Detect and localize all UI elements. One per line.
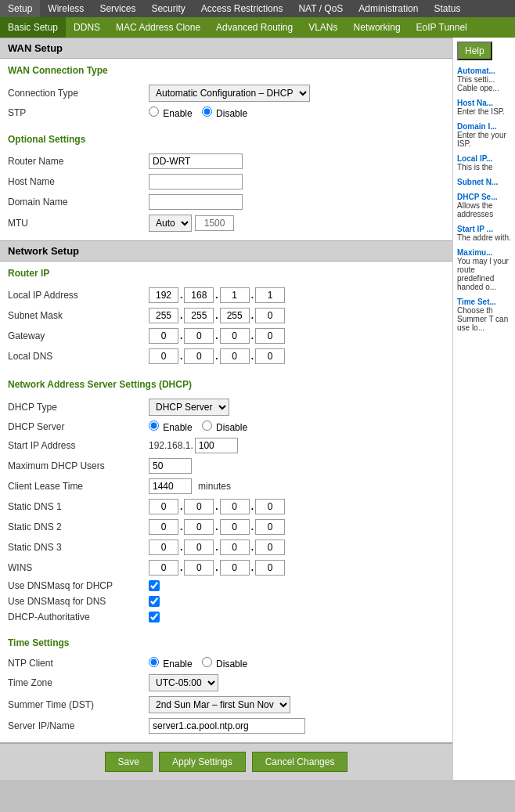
sdns3-o3[interactable] bbox=[220, 540, 250, 555]
local-ip-label: Local IP Address bbox=[8, 290, 149, 301]
nav-services[interactable]: Services bbox=[92, 0, 143, 17]
nav-access-restrictions[interactable]: Access Restrictions bbox=[193, 0, 291, 17]
local-ip-o2[interactable] bbox=[184, 287, 214, 303]
domain-name-input[interactable] bbox=[149, 194, 243, 210]
local-dns-o4[interactable] bbox=[255, 348, 285, 364]
connection-type-label: Connection Type bbox=[8, 88, 149, 99]
time-zone-select[interactable]: UTC-05:00 bbox=[149, 674, 218, 691]
wins-control: . . . bbox=[149, 560, 285, 576]
apply-settings-button[interactable]: Apply Settings bbox=[159, 752, 246, 772]
ntp-disable-text: Disable bbox=[216, 659, 247, 669]
wan-connection-type-header: WAN Connection Type bbox=[0, 59, 452, 79]
sdns2-dot3: . bbox=[251, 521, 254, 532]
wins-o3[interactable] bbox=[220, 560, 250, 576]
local-ip-o1[interactable] bbox=[149, 287, 178, 303]
subnet-mask-row: Subnet Mask . . . bbox=[8, 305, 445, 326]
local-dns-o1[interactable] bbox=[149, 348, 178, 364]
local-ip-control: . . . bbox=[149, 287, 285, 303]
help-title-1: Host Na... bbox=[457, 99, 511, 107]
sdns3-o1[interactable] bbox=[149, 540, 178, 555]
gateway-row: Gateway . . . bbox=[8, 326, 445, 346]
stp-row: STP Enable Disable bbox=[8, 104, 445, 121]
subnav-ddns[interactable]: DDNS bbox=[66, 17, 108, 38]
subnav-vlans[interactable]: VLANs bbox=[301, 17, 345, 38]
dhcp-server-row: DHCP Server Enable Disable bbox=[8, 418, 445, 435]
domain-name-label: Domain Name bbox=[8, 197, 149, 208]
subnet-o4[interactable] bbox=[255, 308, 285, 323]
local-dns-o2[interactable] bbox=[184, 348, 214, 364]
summer-time-select[interactable]: 2nd Sun Mar – first Sun Nov bbox=[149, 696, 290, 713]
subnet-o3[interactable] bbox=[220, 308, 250, 323]
gateway-o1[interactable] bbox=[149, 328, 178, 344]
dhcp-enable-label: Enable bbox=[149, 420, 193, 433]
subnet-o2[interactable] bbox=[184, 308, 214, 323]
sdns2-o1[interactable] bbox=[149, 519, 178, 535]
subnav-mac-clone[interactable]: MAC Address Clone bbox=[108, 17, 208, 38]
cancel-changes-button[interactable]: Cancel Changes bbox=[252, 752, 348, 772]
nav-administration[interactable]: Administration bbox=[351, 0, 426, 17]
help-item-0: Automat... This setti... Cable ope... bbox=[457, 67, 511, 92]
dhcp-enable-radio[interactable] bbox=[149, 420, 159, 431]
main-layout: WAN Setup WAN Connection Type Connection… bbox=[0, 38, 515, 780]
gateway-o3[interactable] bbox=[220, 328, 250, 344]
lease-time-row: Client Lease Time minutes bbox=[8, 476, 445, 496]
subnet-mask-label: Subnet Mask bbox=[8, 310, 149, 321]
gateway-control: . . . bbox=[149, 328, 285, 344]
sdns1-o1[interactable] bbox=[149, 499, 178, 514]
sdns2-o3[interactable] bbox=[220, 519, 250, 535]
nav-setup[interactable]: Setup bbox=[0, 0, 40, 17]
start-ip-suffix-input[interactable] bbox=[195, 438, 238, 453]
subnav-eoip[interactable]: EoIP Tunnel bbox=[409, 17, 475, 38]
stp-disable-radio[interactable] bbox=[202, 106, 212, 117]
ntp-enable-radio[interactable] bbox=[149, 657, 159, 667]
max-users-input[interactable] bbox=[149, 458, 192, 474]
local-ip-row: Local IP Address . . . bbox=[8, 285, 445, 305]
lease-time-input[interactable] bbox=[149, 478, 192, 494]
local-ip-dot2: . bbox=[215, 290, 218, 301]
dhcp-type-select[interactable]: DHCP Server bbox=[149, 399, 229, 416]
nav-security[interactable]: Security bbox=[143, 0, 193, 17]
static-dns2-label: Static DNS 2 bbox=[8, 521, 149, 532]
subnav-basic-setup[interactable]: Basic Setup bbox=[0, 17, 66, 38]
help-button[interactable]: Help bbox=[457, 42, 492, 60]
local-ip-o3[interactable] bbox=[220, 287, 250, 303]
router-name-input[interactable] bbox=[149, 153, 243, 169]
connection-type-select[interactable]: Automatic Configuration – DHCP bbox=[149, 85, 310, 102]
subnav-networking[interactable]: Networking bbox=[346, 17, 409, 38]
wins-o1[interactable] bbox=[149, 560, 178, 576]
sdns2-o4[interactable] bbox=[255, 519, 285, 535]
nav-nat-qos[interactable]: NAT / QoS bbox=[290, 0, 351, 17]
server-ip-control bbox=[149, 718, 305, 734]
gateway-o4[interactable] bbox=[255, 328, 285, 344]
save-button[interactable]: Save bbox=[105, 752, 153, 772]
mtu-select[interactable]: Auto bbox=[149, 215, 192, 232]
sdns1-o4[interactable] bbox=[255, 499, 285, 514]
server-ip-input[interactable] bbox=[149, 718, 305, 734]
help-text-3: This is the bbox=[457, 163, 511, 171]
dnsmasq-dhcp-checkbox[interactable] bbox=[149, 580, 160, 591]
dnsmasq-dns-checkbox[interactable] bbox=[149, 596, 160, 607]
stp-enable-radio[interactable] bbox=[149, 106, 159, 117]
local-dns-o3[interactable] bbox=[220, 348, 250, 364]
wins-o4[interactable] bbox=[255, 560, 285, 576]
wins-o2[interactable] bbox=[184, 560, 214, 576]
dhcp-disable-radio[interactable] bbox=[202, 420, 212, 431]
sdns2-o2[interactable] bbox=[184, 519, 214, 535]
sdns3-o2[interactable] bbox=[184, 540, 214, 555]
gateway-o2[interactable] bbox=[184, 328, 214, 344]
ntp-disable-radio[interactable] bbox=[202, 657, 212, 667]
optional-settings-header: Optional Settings bbox=[0, 128, 452, 148]
nav-wireless[interactable]: Wireless bbox=[40, 0, 92, 17]
sdns1-o2[interactable] bbox=[184, 499, 214, 514]
dhcp-auth-checkbox[interactable] bbox=[149, 612, 160, 623]
subnav-advanced-routing[interactable]: Advanced Routing bbox=[208, 17, 301, 38]
local-ip-o4[interactable] bbox=[255, 287, 285, 303]
dhcp-auth-control bbox=[149, 612, 160, 623]
ntp-disable-label: Disable bbox=[202, 657, 247, 669]
sdns3-o4[interactable] bbox=[255, 540, 285, 555]
host-name-input[interactable] bbox=[149, 174, 243, 189]
sdns1-o3[interactable] bbox=[220, 499, 250, 514]
nav-status[interactable]: Status bbox=[426, 0, 468, 17]
subnet-o1[interactable] bbox=[149, 308, 178, 323]
dhcp-section: DHCP Type DHCP Server DHCP Server Enable bbox=[0, 393, 452, 631]
